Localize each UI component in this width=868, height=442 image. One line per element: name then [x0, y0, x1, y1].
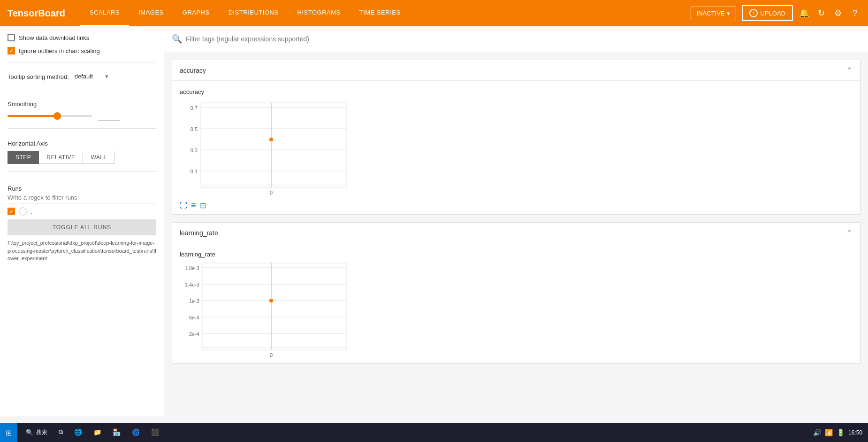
svg-text:0: 0 [270, 190, 273, 195]
tooltip-label: Tooltip sorting method: [8, 73, 69, 80]
toggle-all-runs-button[interactable]: TOGGLE ALL RUNS [8, 219, 156, 235]
taskbar-edge[interactable]: 🌐 [69, 423, 87, 442]
smoothing-section: Smoothing 0.6 [8, 97, 156, 121]
axis-step-button[interactable]: STEP [8, 151, 39, 164]
taskbar-items: 🔍 搜索 ⧉ 🌐 📁 🏪 🌀 ⬛ [17, 423, 807, 442]
smoothing-slider[interactable] [8, 115, 92, 117]
divider-3 [8, 128, 156, 129]
nav-links: SCALARS IMAGES GRAPHS DISTRIBUTIONS HIST… [80, 0, 691, 26]
runs-title: Runs [8, 185, 156, 192]
learning-rate-card-title: learning_rate [180, 229, 218, 237]
topnav-right: INACTIVE ▾ ↑ UPLOAD 🔔 ↻ ⚙ ? [691, 5, 860, 21]
svg-text:0.7: 0.7 [190, 105, 198, 111]
settings-icon[interactable]: ⚙ [832, 8, 844, 19]
nav-images[interactable]: IMAGES [129, 0, 173, 26]
taskbar-search-icon: 🔍 [26, 429, 33, 436]
task-view-icon: ⧉ [59, 428, 63, 436]
show-download-label: Show data download links [19, 34, 89, 41]
chrome-icon: 🌀 [132, 428, 140, 436]
axis-section: Horizontal Axis STEP RELATIVE WALL [8, 136, 156, 164]
fit-icon[interactable]: ⊡ [200, 201, 206, 210]
divider-2 [8, 89, 156, 89]
upload-button[interactable]: ↑ UPLOAD [742, 5, 793, 21]
accuracy-chart-title: accuracy [180, 88, 853, 95]
taskbar-network-icon[interactable]: 📶 [825, 429, 833, 436]
run-path-label: F:\py_project_professional\dxp_project\d… [8, 239, 156, 263]
axis-relative-button[interactable]: RELATIVE [39, 151, 83, 164]
runs-filter-input[interactable] [8, 192, 156, 203]
show-download-row: Show data download links [8, 34, 156, 41]
help-icon[interactable]: ? [849, 8, 860, 19]
data-icon[interactable]: ≡ [191, 201, 196, 210]
learning-rate-card-header: learning_rate ⌃ [172, 223, 860, 243]
learning-rate-card-body: learning_rate 1.8e-3 1.4e-3 1e-3 6e-4 2e… [172, 243, 860, 363]
accuracy-chart-toolbar: ⛶ ≡ ⊡ [180, 201, 853, 210]
axis-wall-button[interactable]: WALL [83, 151, 114, 164]
tooltip-select-wrapper: default [73, 72, 110, 81]
svg-text:1.8e-3: 1.8e-3 [185, 265, 199, 271]
accuracy-card: accuracy ⌃ accuracy 0.7 0.5 0.3 0.1 [172, 60, 860, 215]
svg-text:0.5: 0.5 [190, 126, 198, 132]
taskbar-right: 🔊 📶 🔋 16:50 [807, 423, 868, 442]
taskbar-chrome[interactable]: 🌀 [127, 423, 145, 442]
accuracy-collapse-button[interactable]: ⌃ [846, 66, 853, 75]
accuracy-chart-wrapper: accuracy 0.7 0.5 0.3 0.1 [180, 88, 853, 210]
learning-rate-chart-wrapper: learning_rate 1.8e-3 1.4e-3 1e-3 6e-4 2e… [180, 251, 853, 359]
sidebar: Show data download links ✓ Ignore outlie… [0, 26, 164, 416]
show-download-checkbox[interactable] [8, 34, 15, 41]
edge-icon: 🌐 [74, 428, 82, 436]
nav-histograms[interactable]: HISTOGRAMS [288, 0, 350, 26]
run-item: ✓ . [8, 207, 156, 216]
vscode-icon: ⬛ [151, 428, 159, 436]
svg-point-26 [269, 299, 273, 302]
accuracy-card-body: accuracy 0.7 0.5 0.3 0.1 [172, 81, 860, 214]
svg-rect-9 [201, 103, 346, 187]
svg-text:2e-4: 2e-4 [189, 331, 199, 337]
divider-4 [8, 171, 156, 172]
taskbar-volume-icon[interactable]: 🔊 [813, 429, 821, 436]
taskbar: ⊞ 🔍 搜索 ⧉ 🌐 📁 🏪 🌀 ⬛ 🔊 📶 🔋 16:50 [0, 423, 868, 442]
content-area: 🔍 accuracy ⌃ accuracy 0.7 0.5 [164, 26, 868, 416]
nav-graphs[interactable]: GRAPHS [173, 0, 219, 26]
run-color-circle [19, 207, 27, 216]
learning-rate-card: learning_rate ⌃ learning_rate 1.8e-3 1.4… [172, 222, 860, 364]
smoothing-row: 0.6 [8, 111, 156, 121]
smoothing-value-input[interactable]: 0.6 [98, 111, 120, 121]
taskbar-task-view[interactable]: ⧉ [54, 423, 68, 442]
ignore-outliers-checkbox[interactable]: ✓ [8, 47, 15, 54]
ignore-outliers-label: Ignore outliers in chart scaling [19, 47, 100, 54]
nav-distributions[interactable]: DISTRIBUTIONS [219, 0, 288, 26]
learning-rate-collapse-button[interactable]: ⌃ [846, 228, 853, 237]
notifications-icon[interactable]: 🔔 [799, 8, 810, 19]
taskbar-battery-icon[interactable]: 🔋 [837, 429, 845, 436]
refresh-icon[interactable]: ↻ [815, 8, 827, 19]
taskbar-search[interactable]: 🔍 搜索 [21, 423, 52, 442]
inactive-label: INACTIVE [697, 10, 725, 17]
svg-text:6e-4: 6e-4 [189, 315, 199, 320]
smoothing-title: Smoothing [8, 101, 156, 108]
windows-icon: ⊞ [6, 428, 12, 437]
nav-time-series[interactable]: TIME SERIES [350, 0, 410, 26]
taskbar-store[interactable]: 🏪 [108, 423, 125, 442]
svg-text:1e-3: 1e-3 [189, 298, 199, 304]
nav-scalars[interactable]: SCALARS [80, 0, 129, 26]
learning-rate-chart-svg: 1.8e-3 1.4e-3 1e-3 6e-4 2e-4 [180, 261, 358, 359]
taskbar-time: 16:50 [848, 429, 862, 436]
divider-1 [8, 62, 156, 62]
axis-title: Horizontal Axis [8, 140, 156, 147]
taskbar-vscode[interactable]: ⬛ [146, 423, 164, 442]
topnav: TensorBoard SCALARS IMAGES GRAPHS DISTRI… [0, 0, 868, 26]
dropdown-arrow-icon[interactable]: ▾ [727, 10, 730, 17]
run-checkbox[interactable]: ✓ [8, 208, 15, 215]
svg-text:0.3: 0.3 [190, 147, 198, 153]
learning-rate-chart-title: learning_rate [180, 251, 853, 258]
accuracy-card-header: accuracy ⌃ [172, 60, 860, 81]
tooltip-select[interactable]: default [73, 72, 110, 81]
inactive-button[interactable]: INACTIVE ▾ [691, 7, 736, 20]
start-button[interactable]: ⊞ [0, 423, 17, 442]
expand-icon[interactable]: ⛶ [180, 202, 187, 210]
filter-tags-input[interactable] [186, 35, 860, 43]
taskbar-explorer[interactable]: 📁 [89, 423, 106, 442]
run-name-label: . [31, 208, 33, 215]
svg-text:1.4e-3: 1.4e-3 [185, 282, 199, 287]
